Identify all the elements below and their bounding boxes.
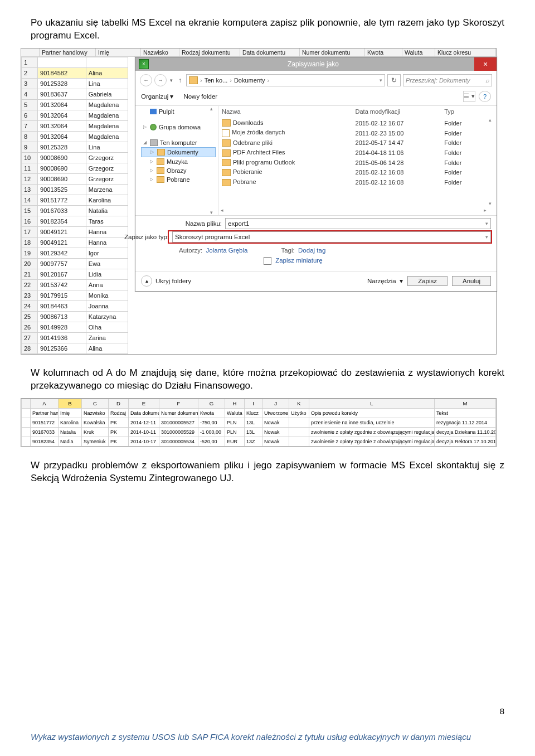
file-col-name[interactable]: Nazwa — [218, 107, 352, 118]
cell: -520,00 — [198, 437, 225, 446]
tree-item-dokumenty[interactable]: ▷Dokumenty — [141, 147, 216, 157]
chevron-right-icon: › — [268, 77, 270, 84]
cell-imie: Lina — [86, 78, 128, 89]
tools-menu[interactable]: Narzędzia ▾ — [367, 277, 403, 285]
chevron-down-icon[interactable]: ▾ — [485, 221, 488, 226]
file-row[interactable]: Moje źródła danych2011-02-23 15:00Folder — [218, 128, 497, 138]
col-data: Data dokumentu — [240, 49, 300, 56]
crumb-1[interactable]: Ten ko... — [205, 77, 228, 84]
close-icon[interactable]: × — [474, 57, 497, 71]
chevron-down-icon[interactable]: ▾ — [380, 77, 382, 83]
folder-icon — [157, 158, 164, 165]
tree-item-pulpit[interactable]: Pulpit — [141, 107, 216, 116]
col-letter: F — [159, 399, 198, 408]
file-row[interactable]: Pliki programu Outlook2015-05-06 14:28Fo… — [218, 158, 497, 168]
nav-history-dropdown[interactable]: ▾ — [169, 77, 174, 83]
cell: Symeniuk — [82, 437, 109, 446]
file-row[interactable]: Pobieranie2015-02-12 16:08Folder — [218, 167, 497, 177]
row-number: 9 — [22, 142, 38, 152]
tree-item-komputer[interactable]: ◢Ten komputer — [141, 138, 216, 147]
folder-icon — [222, 179, 231, 186]
table-row: 90151772KarolinaKowalskaPK2014-12-113010… — [22, 418, 496, 427]
cell-partner: 90149928 — [38, 322, 86, 332]
nav-forward-icon[interactable]: → — [154, 74, 167, 86]
cell: 2014-10-17 — [129, 437, 159, 446]
cell-partner: 90125366 — [38, 343, 86, 353]
cell: PK — [109, 418, 129, 427]
table-row: 90167033NataliaKrukPK2014-10-11301000005… — [22, 427, 496, 437]
refresh-icon[interactable]: ↻ — [387, 74, 401, 86]
cell-imie: Lidia — [86, 269, 128, 279]
excel-rows-table: 1290184582Alina390125328Lina490183637Gab… — [21, 57, 128, 354]
folder-icon — [189, 76, 198, 84]
col-kwota: Kwota — [365, 49, 402, 56]
homegroup-icon — [150, 124, 157, 130]
col-header: Użytko — [289, 408, 309, 418]
tree-item-pobrane[interactable]: ▷Pobrane — [141, 175, 216, 184]
col-header: Waluta — [225, 408, 245, 418]
col-nazwisko: Nazwisko — [141, 49, 179, 56]
savetype-input[interactable]: Skoroszyt programu Excel ▾ — [172, 231, 491, 243]
col-header: Utworzone p — [262, 408, 289, 418]
cell: -1 000,00 — [198, 427, 225, 437]
cell-imie: Anna — [86, 279, 128, 290]
chevron-down-icon[interactable]: ▾ — [485, 234, 488, 240]
dialog-titlebar: X Zapisywanie jako × — [135, 57, 497, 71]
cancel-button[interactable]: Anuluj — [452, 276, 491, 286]
cell-partner: 90182354 — [38, 216, 86, 226]
file-row[interactable]: Downloads2015-02-12 16:07Folder — [218, 118, 497, 128]
search-input[interactable]: Przeszukaj: Dokumenty ⌕ — [403, 74, 492, 86]
col-header: Numer dokumentu — [159, 408, 198, 418]
tags-value[interactable]: Dodaj tag — [298, 247, 325, 254]
col-letter: H — [225, 399, 245, 408]
tree-scrollbar[interactable]: ▴▾ — [210, 106, 218, 215]
cell-partner: 90125328 — [38, 142, 86, 152]
tree-item-muzyka[interactable]: ▷Muzyka — [141, 157, 216, 166]
filename-input[interactable]: export1 ▾ — [225, 218, 491, 229]
file-row[interactable]: PDF Architect Files2014-04-18 11:06Folde… — [218, 148, 497, 158]
nav-up-icon[interactable]: ↑ — [176, 76, 184, 84]
excel-row: 690132064Magdalena — [22, 110, 128, 120]
files-scrollbar-v[interactable]: ▴▾ — [489, 117, 497, 206]
excel-row: 2290153742Anna — [22, 279, 128, 290]
tree-item-grupa[interactable]: ▷Grupa domowa — [141, 123, 216, 132]
tags-label: Tagi: — [281, 247, 294, 254]
cell-imie: Joanna — [86, 301, 128, 311]
nav-back-icon[interactable]: ← — [140, 74, 152, 86]
col-letter: M — [435, 399, 496, 408]
row-number: 21 — [22, 269, 38, 279]
excel-row: 890132064Magdalena — [22, 131, 128, 142]
organize-menu[interactable]: Organizuj ▾ — [141, 93, 173, 100]
thumbnail-checkbox[interactable] — [264, 257, 271, 265]
files-scrollbar-h[interactable]: ◂▸ — [218, 206, 489, 214]
row-number: 25 — [22, 311, 38, 322]
breadcrumb[interactable]: › Ten ko... › Dokumenty › ▾ — [186, 74, 385, 86]
file-row[interactable]: Odebrane pliki2012-05-17 14:47Folder — [218, 138, 497, 148]
row-number: 19 — [22, 248, 38, 258]
help-icon[interactable]: ? — [479, 91, 491, 102]
authors-value[interactable]: Jolanta Grębla — [206, 247, 248, 254]
file-col-date[interactable]: Data modyfikacji — [352, 107, 441, 118]
authors-label: Autorzy: — [179, 247, 202, 254]
save-button[interactable]: Zapisz — [407, 276, 448, 286]
tree-item-obrazy[interactable]: ▷Obrazy — [141, 166, 216, 175]
excel-row: 2690149928Olha — [22, 322, 128, 332]
row-number: 13 — [22, 184, 38, 195]
file-col-type[interactable]: Typ — [441, 107, 497, 118]
excel-row: 2390179915Monika — [22, 290, 128, 301]
new-folder-button[interactable]: Nowy folder — [183, 93, 217, 100]
cell-imie: Alina — [86, 67, 128, 78]
cell: 90151772 — [31, 418, 59, 427]
cell-imie: Zarina — [86, 332, 128, 343]
col-letter: J — [262, 399, 289, 408]
cell: rezygnacja 11.12.2014 — [435, 418, 496, 427]
view-options-icon[interactable]: ☰ ▾ — [463, 91, 475, 102]
hide-folders-button[interactable]: ▴ Ukryj foldery — [141, 275, 191, 287]
cell-imie: Magdalena — [86, 99, 128, 110]
folder-icon — [222, 129, 230, 137]
folder-tree[interactable]: Pulpit ▷Grupa domowa ◢Ten komputer ▷Doku… — [135, 106, 218, 215]
row-blank — [22, 408, 31, 418]
file-row[interactable]: Pobrane2015-02-12 16:08Folder — [218, 177, 497, 187]
crumb-2[interactable]: Dokumenty — [234, 77, 265, 84]
file-list[interactable]: Nazwa Data modyfikacji Typ Downloads2015… — [218, 106, 497, 214]
